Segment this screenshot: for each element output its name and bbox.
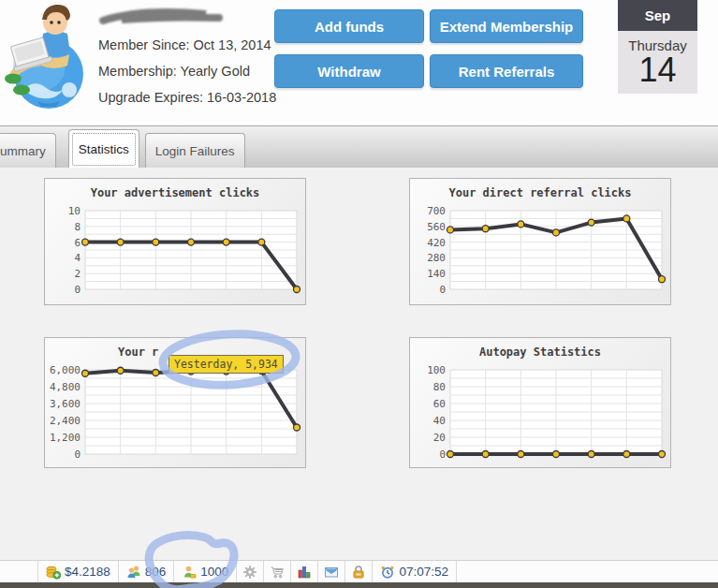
calendar-day: 14 [618,53,697,87]
tab-bar: Summary Statistics Login Failures [0,125,718,169]
withdraw-button[interactable]: Withdraw [274,54,424,88]
advertisement-clicks-panel: Your advertisement clicks 1086420 [44,178,306,305]
balance-item[interactable]: $4.2188 [38,561,119,582]
envelope-icon [324,565,339,580]
statistics-item[interactable] [291,561,318,582]
advertisement-clicks-title: Your advertisement clicks [45,179,305,205]
svg-text:0: 0 [439,284,446,296]
svg-text:3,600: 3,600 [50,398,81,410]
rented-referrals-count: 1000 [200,565,228,579]
svg-text:20: 20 [433,432,446,444]
rent-referrals-button[interactable]: Rent Referrals [430,54,583,88]
svg-text:0: 0 [74,284,81,296]
autopay-statistics-chart[interactable]: 100806040200 [413,364,667,463]
direct-referral-clicks-title: Your direct referral clicks [410,179,670,205]
account-actions: Add funds Extend Membership Withdraw Ren… [274,9,583,88]
svg-text:6: 6 [74,237,81,249]
advertisement-clicks-chart[interactable]: 1086420 [48,205,302,299]
avatar-image [2,0,95,110]
autopay-statistics-panel: Autopay Statistics 100806040200 [409,337,671,468]
timer-text: 07:07:52 [399,565,448,579]
settings-item[interactable] [237,561,264,582]
svg-text:10: 10 [68,205,81,217]
bar-chart-icon [297,565,312,580]
timer-item[interactable]: 07:07:52 [373,561,457,582]
tab-login-failures[interactable]: Login Failures [145,133,245,169]
tabs: Summary Statistics Login Failures [0,129,245,169]
rented-referral-clicks-chart[interactable]: 6,0004,8003,6002,4001,2000 [48,364,302,463]
alarm-clock-icon [380,565,395,580]
add-funds-button[interactable]: Add funds [274,9,424,43]
member-since-text: Member Since: Oct 13, 2014 [98,32,276,58]
rented-referrals-item[interactable]: 1000 [174,561,237,582]
member-info: Member Since: Oct 13, 2014 Membership: Y… [98,32,276,110]
svg-text:40: 40 [433,415,446,427]
autopay-statistics-title: Autopay Statistics [410,338,670,364]
username-redacted [95,6,227,32]
svg-text:60: 60 [433,398,446,410]
svg-text:8: 8 [74,221,81,233]
direct-referral-clicks-chart[interactable]: 7005604202801400 [413,205,667,299]
direct-referral-clicks-panel: Your direct referral clicks 700560420280… [409,178,671,305]
svg-text:80: 80 [433,381,446,393]
upgrade-expires-text: Upgrade Expires: 16-03-2018 [98,84,276,110]
svg-text:0: 0 [74,448,81,461]
tab-statistics[interactable]: Statistics [68,129,139,169]
membership-text: Membership: Yearly Gold [98,58,276,84]
chart-tooltip: Yesterday, 5,934 [169,355,284,374]
svg-text:2,400: 2,400 [50,415,81,427]
svg-text:6,000: 6,000 [50,364,81,376]
page: Member Since: Oct 13, 2014 Membership: Y… [0,0,718,588]
cart-item[interactable] [264,561,291,582]
rented-referrals-icon [182,565,197,580]
tab-summary[interactable]: Summary [0,133,56,169]
svg-text:420: 420 [427,237,446,249]
svg-text:2: 2 [74,268,81,280]
svg-text:0: 0 [439,448,446,461]
security-item[interactable] [345,561,373,582]
bottom-strip [0,582,718,588]
coins-add-icon [46,565,61,580]
svg-text:140: 140 [427,268,446,280]
svg-text:280: 280 [427,252,446,264]
direct-referrals-count: 806 [145,565,167,579]
balance-text: $4.2188 [65,565,110,579]
status-bar-filler [457,561,718,582]
status-bar: $4.2188 806 1000 [0,560,718,582]
padlock-icon [351,565,366,580]
gear-icon [242,565,257,580]
account-header: Member Since: Oct 13, 2014 Membership: Y… [0,0,718,125]
svg-text:560: 560 [427,221,446,233]
svg-text:4,800: 4,800 [50,381,81,393]
messages-item[interactable] [318,561,345,582]
svg-text:100: 100 [427,364,446,376]
direct-referrals-item[interactable]: 806 [119,561,175,582]
svg-text:700: 700 [427,205,446,217]
status-bar-spacer [0,561,38,582]
extend-membership-button[interactable]: Extend Membership [430,9,583,43]
svg-text:1,200: 1,200 [50,432,81,444]
svg-text:4: 4 [74,252,81,264]
calendar-body: Thursday 14 [618,31,697,94]
statistics-content: Your advertisement clicks 1086420 Your d… [0,168,718,560]
calendar-month: Sep [618,0,697,31]
direct-referrals-icon [126,565,141,580]
calendar-widget: Sep Thursday 14 [618,0,697,94]
cart-icon [270,565,285,580]
